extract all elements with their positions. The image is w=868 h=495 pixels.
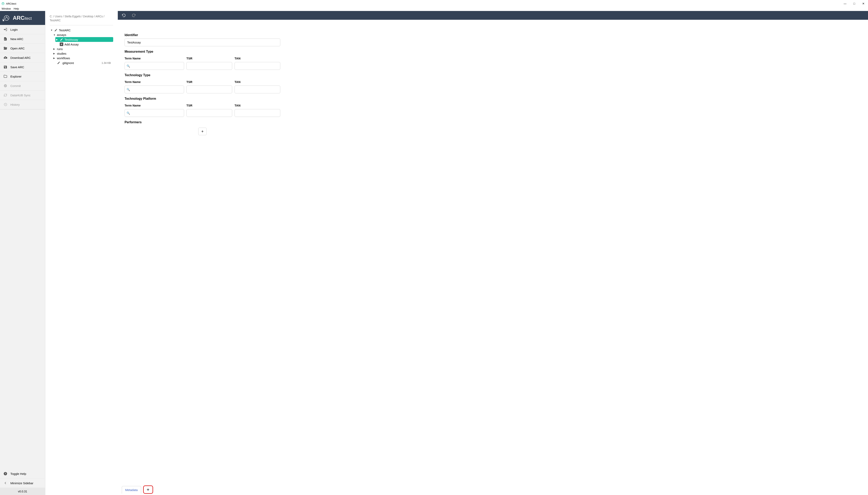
col-tsr-0: TSR — [186, 57, 232, 60]
tan-input-1[interactable] — [234, 86, 280, 93]
tree-node-label: studies — [57, 52, 66, 55]
login-icon — [3, 27, 7, 32]
sidebar: ARCitect LoginNew ARCOpen ARCDownload AR… — [0, 11, 45, 495]
sidebar-item-open-arc[interactable]: Open ARC — [0, 44, 45, 53]
form-scroll[interactable]: Identifier Measurement Type Term Name 🔍 … — [118, 20, 868, 485]
sidebar-item-label: New ARC — [11, 37, 23, 41]
col-tan-1: TAN — [234, 80, 280, 84]
sidebar-item-history: History — [0, 100, 45, 109]
tree-node-label: runs — [57, 47, 63, 51]
performers-label: Performers — [125, 120, 280, 124]
sidebar-item-label: Minimize Sidebar — [11, 481, 33, 485]
sidebar-item-toggle-help[interactable]: ?Toggle Help — [0, 469, 45, 478]
sidebar-item-label: DataHUB Sync — [11, 93, 31, 97]
tree-node--gitignore[interactable]: .gitignore1.34 KB — [52, 61, 113, 65]
tree-node-label: workflows — [57, 56, 70, 60]
sidebar-item-label: Open ARC — [11, 47, 25, 50]
sidebar-item-login[interactable]: Login — [0, 25, 45, 34]
tsr-input-2[interactable] — [186, 109, 232, 117]
save-icon — [3, 65, 7, 69]
version-label: v0.0.31 — [0, 488, 45, 495]
cloud-download-icon — [3, 55, 7, 60]
svg-rect-2 — [3, 20, 4, 21]
tree-node-TestAssay[interactable]: ▶TestAssay — [55, 37, 113, 42]
breadcrumb-divider — [50, 25, 113, 25]
sidebar-item-save-arc[interactable]: Save ARC — [0, 63, 45, 72]
add-performer-button[interactable]: + — [198, 127, 207, 135]
termname-input-2[interactable] — [125, 109, 184, 117]
sidebar-item-label: Toggle Help — [11, 472, 26, 476]
edit-icon — [60, 38, 63, 41]
edit-icon — [54, 28, 58, 32]
sidebar-item-label: Commit — [11, 84, 21, 88]
tsr-input-1[interactable] — [186, 86, 232, 93]
sidebar-item-datahub-sync: DataHUB Sync — [0, 90, 45, 100]
col-termname-2: Term Name — [125, 104, 184, 107]
folder-open-icon — [3, 46, 7, 50]
history-icon — [3, 102, 7, 107]
section-title-1: Technology Type — [125, 73, 280, 77]
tree-node-studies[interactable]: ▶studies — [52, 51, 113, 56]
content-toolbar — [118, 11, 868, 20]
identifier-input[interactable] — [125, 38, 280, 46]
brand-small: itect — [24, 16, 32, 20]
sidebar-item-label: Explorer — [11, 75, 21, 78]
tree-node-label: TestAssay — [65, 38, 78, 41]
content-panel: Identifier Measurement Type Term Name 🔍 … — [118, 11, 868, 495]
undo-button[interactable] — [122, 13, 126, 17]
section-title-2: Technology Platform — [125, 97, 280, 101]
tree-node-runs[interactable]: ▶runs — [52, 47, 113, 51]
file-tree: ▼TestARC▼assays▶TestAssay+Add Assay▶runs… — [50, 28, 113, 65]
redo-button[interactable] — [132, 13, 136, 17]
check-badge-icon — [3, 84, 7, 88]
sidebar-item-label: Login — [11, 28, 18, 31]
help-icon: ? — [3, 472, 7, 476]
tan-input-2[interactable] — [234, 109, 280, 117]
app-logo-icon — [2, 14, 11, 22]
titlebar: ARCitect — □ ✕ — [0, 0, 868, 6]
tree-node-add-assay[interactable]: +Add Assay — [55, 42, 113, 47]
sidebar-item-explorer[interactable]: Explorer — [0, 72, 45, 81]
file-plus-icon — [3, 37, 7, 41]
breadcrumb: C: / Users / Stella Eggels / Desktop / A… — [50, 15, 113, 22]
edit-icon — [57, 61, 61, 65]
menu-window[interactable]: Window — [2, 7, 11, 10]
window-controls: — □ ✕ — [840, 1, 868, 6]
termname-input-0[interactable] — [125, 62, 184, 70]
sidebar-item-label: Save ARC — [11, 65, 24, 69]
minimize-window-button[interactable]: — — [840, 1, 850, 6]
add-tab-button[interactable]: + — [143, 485, 153, 494]
sidebar-item-commit: Commit — [0, 81, 45, 90]
sidebar-item-new-arc[interactable]: New ARC — [0, 34, 45, 44]
tsr-input-0[interactable] — [186, 62, 232, 70]
col-tan-2: TAN — [234, 104, 280, 107]
tab-metadata[interactable]: Metadata — [122, 486, 141, 494]
folder-icon — [3, 74, 7, 79]
plus-icon: + — [60, 42, 63, 46]
brandbar: ARCitect — [0, 11, 45, 25]
col-termname-0: Term Name — [125, 57, 184, 60]
app-logo-small — [1, 2, 5, 5]
tan-input-0[interactable] — [234, 62, 280, 70]
svg-point-4 — [4, 84, 7, 87]
col-termname-1: Term Name — [125, 80, 184, 84]
menubar: Window Help — [0, 6, 868, 11]
menu-help[interactable]: Help — [14, 7, 19, 10]
col-tsr-1: TSR — [186, 80, 232, 84]
svg-text:?: ? — [4, 472, 6, 475]
maximize-window-button[interactable]: □ — [850, 1, 859, 6]
search-icon: 🔍 — [127, 112, 130, 115]
identifier-label: Identifier — [125, 33, 280, 37]
tree-node-root[interactable]: ▼TestARC — [50, 28, 113, 33]
search-icon: 🔍 — [127, 88, 130, 91]
tree-node-workflows[interactable]: ▶workflows — [52, 56, 113, 61]
sidebar-item-minimize-sidebar[interactable]: Minimize Sidebar — [0, 478, 45, 488]
col-tsr-2: TSR — [186, 104, 232, 107]
tree-panel: C: / Users / Stella Eggels / Desktop / A… — [45, 11, 118, 495]
tree-node-assays[interactable]: ▼assays — [52, 33, 113, 37]
termname-input-1[interactable] — [125, 86, 184, 93]
sidebar-item-download-arc[interactable]: Download ARC — [0, 53, 45, 63]
close-window-button[interactable]: ✕ — [859, 1, 868, 6]
brand-big: ARC — [13, 15, 24, 21]
tree-node-size: 1.34 KB — [102, 62, 112, 64]
